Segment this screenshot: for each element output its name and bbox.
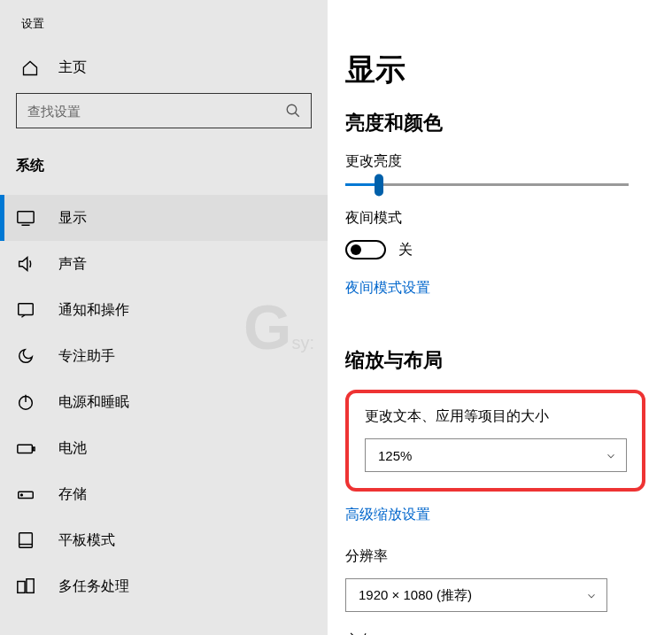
- search-wrap: [16, 93, 312, 128]
- nav-label: 专注助手: [58, 347, 115, 366]
- svg-line-1: [295, 112, 299, 117]
- svg-rect-2: [18, 212, 34, 223]
- brightness-section-title: 亮度和颜色: [345, 110, 645, 136]
- slider-thumb[interactable]: [375, 174, 383, 196]
- scale-select[interactable]: 125%: [365, 438, 627, 472]
- night-mode-state: 关: [398, 241, 413, 259]
- focus-icon: [16, 346, 35, 366]
- nav-label: 电源和睡眠: [58, 393, 129, 412]
- brightness-slider[interactable]: [345, 183, 645, 186]
- page-title: 显示: [345, 50, 645, 90]
- toggle-knob: [351, 244, 361, 255]
- nav-item-tablet[interactable]: 平板模式: [0, 517, 328, 563]
- nav-item-focus[interactable]: 专注助手: [0, 333, 328, 379]
- storage-icon: [16, 484, 35, 504]
- resolution-value: 1920 × 1080 (推荐): [359, 587, 472, 604]
- main-content: 显示 亮度和颜色 更改亮度 夜间模式 关 夜间模式设置 缩放与布局 更改文本、应…: [328, 0, 672, 635]
- chevron-down-icon: [585, 590, 596, 600]
- chevron-down-icon: [605, 450, 615, 461]
- nav-item-battery[interactable]: 电池: [0, 425, 328, 471]
- search-icon: [285, 103, 301, 119]
- nav-list: 显示 声音 通知和操作 专注助手 电源和睡眠 电池 存储 平板模式: [0, 195, 328, 609]
- nav-item-multitask[interactable]: 多任务处理: [0, 563, 328, 609]
- svg-point-10: [21, 494, 23, 496]
- nav-label: 存储: [58, 485, 87, 504]
- nav-item-sound[interactable]: 声音: [0, 241, 328, 287]
- resolution-select[interactable]: 1920 × 1080 (推荐): [345, 578, 607, 612]
- orientation-label: 方向: [345, 631, 645, 635]
- svg-rect-14: [27, 579, 34, 593]
- night-mode-row: 关: [345, 240, 645, 259]
- notifications-icon: [16, 300, 35, 320]
- scale-value: 125%: [378, 448, 412, 463]
- home-icon: [21, 59, 39, 77]
- svg-rect-7: [18, 445, 33, 453]
- svg-rect-8: [33, 447, 35, 451]
- nav-label: 显示: [58, 209, 87, 228]
- slider-track: [345, 183, 629, 186]
- night-mode-label: 夜间模式: [345, 209, 645, 228]
- nav-label: 电池: [58, 439, 87, 458]
- category-label: 系统: [0, 157, 328, 175]
- tablet-icon: [16, 530, 35, 550]
- power-icon: [16, 392, 35, 412]
- battery-icon: [16, 438, 35, 458]
- brightness-label: 更改亮度: [345, 152, 645, 171]
- nav-item-notifications[interactable]: 通知和操作: [0, 287, 328, 333]
- svg-rect-4: [19, 304, 34, 315]
- nav-item-display[interactable]: 显示: [0, 195, 328, 241]
- night-mode-toggle[interactable]: [345, 240, 386, 259]
- scale-highlight-box: 更改文本、应用等项目的大小 125%: [345, 390, 645, 492]
- nav-item-power[interactable]: 电源和睡眠: [0, 379, 328, 425]
- display-icon: [16, 208, 35, 228]
- app-title: 设置: [0, 16, 328, 32]
- svg-rect-13: [18, 582, 25, 593]
- search-input[interactable]: [16, 93, 312, 128]
- sidebar: 设置 主页 系统 显示 声音 通知和操作 专注助手 电源和睡: [0, 0, 328, 635]
- resolution-label: 分辨率: [345, 547, 645, 566]
- nav-label: 声音: [58, 255, 87, 274]
- nav-label: 多任务处理: [58, 577, 129, 596]
- nav-label: 通知和操作: [58, 301, 129, 320]
- nav-item-storage[interactable]: 存储: [0, 471, 328, 517]
- advanced-scale-link[interactable]: 高级缩放设置: [345, 506, 430, 524]
- svg-point-0: [287, 105, 297, 114]
- scale-label: 更改文本、应用等项目的大小: [365, 407, 626, 426]
- home-link[interactable]: 主页: [0, 58, 328, 77]
- sound-icon: [16, 254, 35, 274]
- nav-label: 平板模式: [58, 531, 115, 550]
- scale-section-title: 缩放与布局: [345, 347, 645, 374]
- svg-rect-11: [19, 533, 33, 548]
- multitask-icon: [16, 577, 35, 596]
- home-label: 主页: [58, 58, 87, 77]
- night-mode-settings-link[interactable]: 夜间模式设置: [345, 279, 430, 298]
